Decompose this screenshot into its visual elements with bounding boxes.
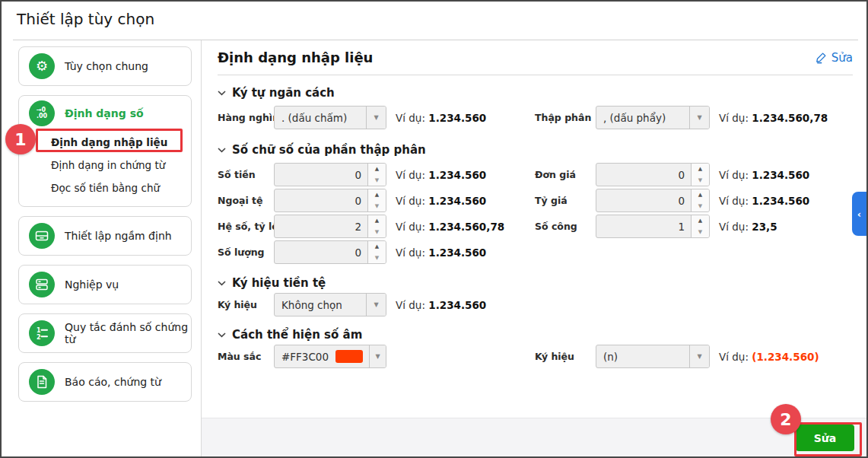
example-text: Ví dụ: 1.234.560: [396, 195, 486, 207]
example-text: Ví dụ: 23,5: [719, 221, 777, 233]
spin-down-icon[interactable]: ▼: [368, 227, 386, 238]
annotation-step-2: 2: [771, 404, 801, 434]
spin-down-icon[interactable]: ▼: [692, 227, 709, 238]
field-label-ty-gia: Tỷ giá: [535, 195, 596, 206]
dropdown-arrow-icon[interactable]: ▼: [366, 107, 386, 129]
chevron-down-icon: [218, 332, 226, 338]
field-label-ky-hieu: Ký hiệu: [218, 299, 274, 310]
panel-title: Định dạng nhập liệu: [218, 49, 373, 65]
field-label-so-luong: Số lượng: [218, 246, 274, 258]
number-format-icon: →0.00: [29, 100, 55, 126]
pencil-icon: [815, 51, 828, 64]
don-gia-spinner[interactable]: ▲▼: [596, 163, 710, 186]
section-header-currency-symbol[interactable]: Ký hiệu tiền tệ: [218, 275, 853, 291]
field-label-so-tien: Số tiền: [218, 169, 274, 180]
dropdown-arrow-icon[interactable]: ▼: [689, 107, 709, 129]
spin-up-icon[interactable]: ▲: [368, 241, 386, 253]
spin-up-icon[interactable]: ▲: [368, 189, 386, 201]
page-title: Thiết lập tùy chọn: [17, 10, 154, 28]
edit-link[interactable]: Sửa: [815, 51, 853, 65]
field-label-thousands: Hàng nghìn: [218, 112, 274, 123]
section-header-separators[interactable]: Ký tự ngăn cách: [218, 85, 853, 100]
field-label-so-cong: Số công: [535, 221, 596, 232]
field-label-don-gia: Đơn giá: [535, 169, 596, 180]
annotation-highlight-box-2: [794, 422, 862, 456]
spin-down-icon[interactable]: ▼: [368, 201, 386, 212]
he-so-spinner[interactable]: ▲▼: [274, 215, 386, 238]
sidebar-item-label: Quy tắc đánh số chứng từ: [65, 321, 191, 345]
svg-text:2: 2: [37, 334, 41, 341]
sidebar-item-label: Báo cáo, chứng từ: [65, 376, 161, 388]
ty-gia-spinner[interactable]: ▲▼: [596, 189, 710, 212]
chevron-down-icon: [218, 91, 226, 96]
sidebar-item-label: Định dạng số: [65, 107, 144, 119]
collapse-panel-tab[interactable]: ‹: [852, 192, 866, 236]
spin-up-icon[interactable]: ▲: [692, 164, 709, 175]
dropdown-arrow-icon[interactable]: ▼: [366, 294, 386, 316]
currency-symbol-select[interactable]: Không chọn ▼: [274, 293, 386, 316]
options-setup-window: Thiết lập tùy chọn ⚙ Tùy chọn chung →0.0…: [0, 0, 868, 458]
sidebar-item-numbering-rules[interactable]: 1 2 Quy tắc đánh số chứng từ: [18, 313, 192, 353]
negative-color-select[interactable]: #FF3C00 ▼: [274, 345, 386, 368]
spin-up-icon[interactable]: ▲: [692, 189, 709, 201]
sidebar: ⚙ Tùy chọn chung →0.00 Định dạng số Định…: [18, 46, 192, 411]
field-label-neg-ky-hieu: Ký hiệu: [535, 351, 596, 362]
sidebar-item-label: Tùy chọn chung: [65, 60, 148, 72]
example-text: Ví dụ: 1.234.560: [396, 112, 486, 124]
chevron-down-icon: [218, 148, 226, 153]
so-luong-spinner[interactable]: ▲▼: [274, 240, 386, 264]
sidebar-item-operations[interactable]: Nghiệp vụ: [18, 265, 192, 304]
so-tien-spinner[interactable]: ▲▼: [274, 163, 386, 186]
spin-up-icon[interactable]: ▲: [692, 215, 709, 227]
spin-down-icon[interactable]: ▼: [368, 253, 386, 264]
example-text: Ví dụ: 1.234.560,78: [396, 221, 504, 233]
thousands-separator-select[interactable]: . (dấu chấm) ▼: [274, 106, 386, 129]
spin-up-icon[interactable]: ▲: [368, 164, 386, 175]
sidebar-item-general-options[interactable]: ⚙ Tùy chọn chung: [18, 46, 192, 86]
sidebar-item-reports-vouchers[interactable]: Báo cáo, chứng từ: [18, 362, 192, 402]
decimal-separator-select[interactable]: , (dấu phẩy) ▼: [596, 106, 710, 129]
sidebar-item-default-settings[interactable]: Thiết lập ngầm định: [18, 216, 192, 256]
spin-down-icon[interactable]: ▼: [692, 201, 709, 212]
numbered-list-icon: 1 2: [29, 320, 55, 346]
dropdown-arrow-icon[interactable]: ▼: [689, 345, 709, 367]
example-text: Ví dụ: 1.234.560: [719, 169, 809, 181]
example-text-negative: Ví dụ: (1.234.560): [719, 351, 819, 363]
example-text: Ví dụ: 1.234.560,78: [719, 112, 828, 124]
example-text: Ví dụ: 1.234.560: [396, 169, 486, 181]
color-swatch: [335, 350, 363, 363]
main-panel: Định dạng nhập liệu Sửa Ký tự ngăn cách …: [202, 40, 866, 456]
section-header-negative-numbers[interactable]: Cách thể hiện số âm: [218, 327, 853, 342]
stack-icon: [29, 272, 55, 297]
gear-icon: ⚙: [29, 53, 55, 79]
field-label-ngoai-te: Ngoại tệ: [218, 195, 274, 206]
footer-bar: Sửa: [202, 418, 866, 456]
dropdown-arrow-icon[interactable]: ▼: [369, 345, 386, 367]
negative-symbol-select[interactable]: (n) ▼: [596, 345, 710, 368]
so-cong-spinner[interactable]: ▲▼: [596, 215, 710, 238]
sidebar-subitem-amount-in-words[interactable]: Đọc số tiền bằng chữ: [19, 177, 191, 199]
sidebar-item-label: Thiết lập ngầm định: [65, 230, 172, 242]
ngoai-te-spinner[interactable]: ▲▼: [274, 189, 386, 212]
field-label-mau-sac: Màu sắc: [218, 351, 274, 362]
chevron-left-icon: ‹: [857, 208, 861, 220]
annotation-highlight-box-1: [36, 129, 183, 152]
drawer-icon: [29, 223, 55, 249]
spin-down-icon[interactable]: ▼: [692, 175, 709, 186]
example-text: Ví dụ: 1.234.560: [396, 246, 486, 259]
chevron-down-icon: [218, 281, 226, 286]
spin-up-icon[interactable]: ▲: [368, 215, 386, 227]
field-label-decimal: Thập phân: [535, 112, 596, 123]
section-header-decimal-digits[interactable]: Số chữ số của phần thập phân: [218, 142, 853, 157]
sidebar-item-label: Nghiệp vụ: [65, 278, 119, 291]
field-label-he-so: Hệ số, tỷ lệ: [218, 221, 274, 232]
spin-down-icon[interactable]: ▼: [368, 175, 386, 186]
example-text: Ví dụ: 1.234.560: [396, 299, 486, 311]
example-text: Ví dụ: 1.234.560: [719, 195, 809, 207]
sidebar-subitem-print-format[interactable]: Định dạng in chứng từ: [19, 154, 191, 177]
document-icon: [29, 369, 55, 395]
annotation-step-1: 1: [5, 124, 36, 154]
sidebar-item-number-format[interactable]: →0.00 Định dạng số: [19, 96, 191, 131]
